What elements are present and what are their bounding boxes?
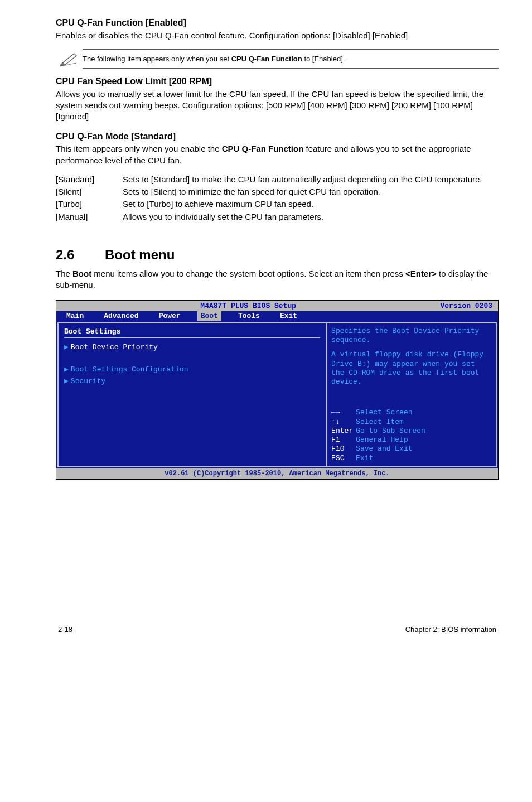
bios-left-pane: Boot Settings ▶Boot Device Priority ▶Boo… <box>59 323 327 466</box>
options-table: [Standard] Sets to [Standard] to make th… <box>56 174 499 224</box>
bios-screenshot: M4A87T PLUS BIOS Setup Version 0203 Main… <box>56 300 499 480</box>
table-row: [Manual] Allows you to individually set … <box>56 211 499 224</box>
bios-key-legend: ←→Select Screen ↑↓Select Item EnterGo to… <box>331 408 491 463</box>
key-label: F10 <box>331 445 356 453</box>
triangle-right-icon: ▶ <box>64 343 69 351</box>
key-desc: General Help <box>356 436 408 444</box>
section-body: This item appears only when you enable t… <box>56 143 499 166</box>
section-title: CPU Q-Fan Function [Enabled] <box>56 17 499 29</box>
pencil-note-icon <box>56 51 83 67</box>
chapter-title-text: Boot menu <box>105 247 175 262</box>
key-label: Enter <box>331 427 356 436</box>
bios-tabbar: Main Advanced Power Boot Tools Exit <box>56 311 498 322</box>
bios-tab-exit[interactable]: Exit <box>270 311 307 321</box>
page-footer: 2-18 Chapter 2: BIOS information <box>56 625 499 635</box>
bios-right-pane: Specifies the Boot Device Priority seque… <box>327 323 496 466</box>
chapter-intro: The Boot menu items allow you to change … <box>56 268 499 291</box>
key-label: ESC <box>331 454 356 463</box>
option-key: [Silent] <box>56 186 123 199</box>
bios-menu-item[interactable]: ▶Boot Device Priority <box>64 342 320 352</box>
note-text-bold: CPU Q-Fan Function <box>231 55 302 63</box>
note-text-post: to [Enabled]. <box>302 55 345 63</box>
bios-help-text: A virtual floppy disk drive (Floppy Driv… <box>331 350 491 386</box>
text: The <box>56 269 72 278</box>
bios-tab-tools[interactable]: Tools <box>228 311 270 321</box>
section-title: CPU Q-Fan Mode [Standard] <box>56 131 499 143</box>
divider <box>64 337 320 338</box>
text-bold: <Enter> <box>405 269 437 278</box>
chapter-number: 2.6 <box>56 246 105 264</box>
bios-help-text: Specifies the Boot Device Priority seque… <box>331 327 491 345</box>
key-desc: Select Item <box>356 418 404 426</box>
option-desc: Sets to [Standard] to make the CPU fan a… <box>123 174 499 186</box>
bios-tab-power[interactable]: Power <box>149 311 191 321</box>
bios-footer: v02.61 (C)Copyright 1985-2010, American … <box>56 468 498 479</box>
text-bold: Boot <box>72 269 91 278</box>
option-key: [Turbo] <box>56 199 123 211</box>
key-desc: Go to Sub Screen <box>356 427 425 435</box>
section-title: CPU Fan Speed Low Limit [200 RPM] <box>56 75 499 88</box>
bios-menu-label: Boot Settings Configuration <box>71 365 188 374</box>
key-label: F1 <box>331 436 356 445</box>
note-block: The following item appears only when you… <box>56 49 499 69</box>
triangle-right-icon: ▶ <box>64 365 69 374</box>
page-number: 2-18 <box>58 625 72 635</box>
section-body-pre: This item appears only when you enable t… <box>56 144 222 153</box>
bios-version: Version 0203 <box>440 301 498 311</box>
table-row: [Silent] Sets to [Silent] to minimize th… <box>56 186 499 199</box>
bios-menu-label: Boot Device Priority <box>71 343 158 351</box>
bios-tab-boot[interactable]: Boot <box>197 311 221 321</box>
table-row: [Standard] Sets to [Standard] to make th… <box>56 174 499 186</box>
chapter-heading: 2.6Boot menu <box>56 246 499 264</box>
bios-menu-item[interactable]: ▶Boot Settings Configuration <box>64 365 320 375</box>
option-key: [Standard] <box>56 174 123 186</box>
bios-tab-main[interactable]: Main <box>56 311 94 321</box>
key-desc: Select Screen <box>356 408 412 417</box>
option-desc: Sets to [Silent] to minimize the fan spe… <box>123 186 499 199</box>
option-key: [Manual] <box>56 211 123 224</box>
section-body-bold: CPU Q-Fan Function <box>222 144 304 153</box>
section-body: Enables or disables the CPU Q-Fan contro… <box>56 30 499 41</box>
bios-pane-heading: Boot Settings <box>64 327 320 337</box>
bios-menu-item[interactable]: ▶Security <box>64 376 320 386</box>
page-chapter-label: Chapter 2: BIOS information <box>405 625 496 635</box>
note-text-pre: The following item appears only when you… <box>83 55 231 63</box>
bios-tab-advanced[interactable]: Advanced <box>94 311 148 321</box>
section-body: Allows you to manually set a lower limit… <box>56 89 499 123</box>
key-desc: Save and Exit <box>356 445 412 453</box>
triangle-right-icon: ▶ <box>64 377 69 385</box>
text: menu items allow you to change the syste… <box>91 269 405 278</box>
key-desc: Exit <box>356 454 373 462</box>
bios-title: M4A87T PLUS BIOS Setup <box>56 301 440 311</box>
key-label: ↑↓ <box>331 418 356 427</box>
bios-menu-label: Security <box>71 377 105 385</box>
option-desc: Allows you to individually set the CPU f… <box>123 211 499 224</box>
option-desc: Set to [Turbo] to achieve maximum CPU fa… <box>123 199 499 211</box>
key-label: ←→ <box>331 408 356 417</box>
table-row: [Turbo] Set to [Turbo] to achieve maximu… <box>56 199 499 211</box>
